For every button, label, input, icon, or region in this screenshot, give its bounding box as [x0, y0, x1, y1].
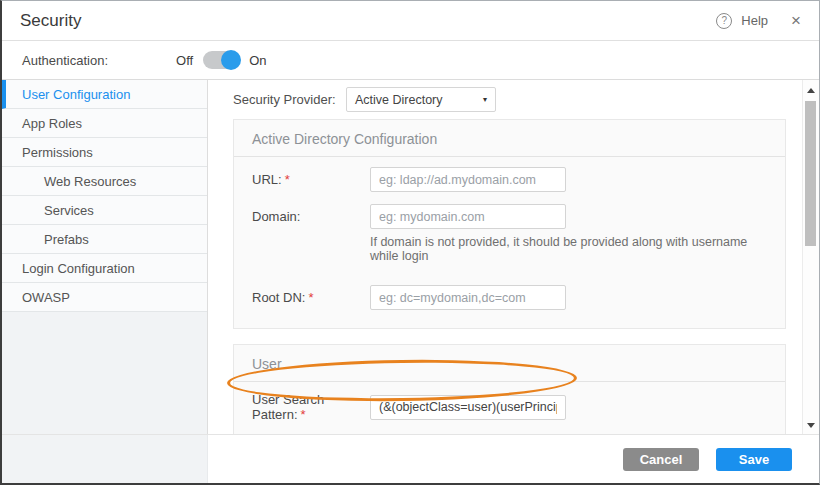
sidebar: User Configuration App Roles Permissions… — [2, 80, 208, 434]
security-provider-select[interactable]: Active Directory ▾ — [346, 87, 496, 112]
sidebar-item-services[interactable]: Services — [2, 196, 207, 225]
sidebar-item-login-configuration[interactable]: Login Configuration — [2, 254, 207, 283]
close-icon[interactable]: × — [791, 12, 801, 29]
help-link[interactable]: Help — [741, 13, 768, 28]
sidebar-item-prefabs[interactable]: Prefabs — [2, 225, 207, 254]
active-directory-panel: Active Directory Configuration URL:* Dom… — [233, 119, 786, 329]
dialog-header: Security ? Help × — [2, 1, 819, 41]
toggle-on-label: On — [249, 53, 266, 68]
rootdn-label: Root DN:* — [252, 290, 370, 305]
url-input[interactable] — [370, 167, 566, 192]
main-content: Security Provider: Active Directory ▾ Ac… — [208, 80, 802, 434]
scroll-up-arrow-icon[interactable] — [807, 88, 815, 93]
sidebar-item-owasp[interactable]: OWASP — [2, 283, 207, 312]
rootdn-field-row: Root DN:* — [252, 285, 767, 310]
security-provider-label: Security Provider: — [233, 92, 346, 107]
domain-label: Domain: — [252, 209, 370, 224]
footer-actions: Cancel Save — [208, 435, 819, 483]
dialog-body: User Configuration App Roles Permissions… — [2, 80, 819, 434]
required-marker: * — [285, 172, 290, 187]
security-provider-value: Active Directory — [355, 93, 443, 107]
authentication-toggle[interactable] — [203, 51, 239, 69]
active-directory-panel-body: URL:* Domain: If domain is not provided,… — [234, 157, 785, 328]
required-marker: * — [308, 290, 313, 305]
security-provider-row: Security Provider: Active Directory ▾ — [233, 80, 794, 119]
save-button[interactable]: Save — [716, 448, 792, 471]
user-search-pattern-row: User Search Pattern:* — [252, 392, 767, 422]
sidebar-item-permissions[interactable]: Permissions — [2, 138, 207, 167]
dialog-footer: Cancel Save — [2, 434, 819, 483]
domain-input[interactable] — [370, 204, 566, 229]
vertical-scrollbar[interactable] — [802, 80, 819, 434]
user-search-pattern-input[interactable] — [370, 395, 566, 420]
active-directory-panel-title: Active Directory Configuration — [234, 120, 785, 156]
page-title: Security — [20, 11, 81, 31]
required-marker: * — [301, 407, 306, 422]
cancel-button[interactable]: Cancel — [623, 448, 699, 471]
toggle-off-label: Off — [176, 53, 193, 68]
authentication-label: Authentication: — [22, 53, 108, 68]
scrollbar-thumb[interactable] — [805, 101, 816, 246]
user-search-pattern-label: User Search Pattern:* — [252, 392, 370, 422]
authentication-row: Authentication: Off On — [2, 41, 819, 80]
footer-sidebar-area — [2, 435, 208, 483]
sidebar-item-web-resources[interactable]: Web Resources — [2, 167, 207, 196]
user-panel: User User Search Pattern:* Test Username… — [233, 344, 786, 434]
header-actions: ? Help × — [716, 12, 801, 29]
toggle-knob — [221, 50, 241, 70]
url-field-row: URL:* — [252, 167, 767, 192]
scroll-down-arrow-icon[interactable] — [807, 423, 815, 428]
sidebar-item-app-roles[interactable]: App Roles — [2, 109, 207, 138]
user-panel-body: User Search Pattern:* Test Username:* — [234, 382, 785, 434]
chevron-down-icon: ▾ — [483, 95, 487, 104]
url-label: URL:* — [252, 172, 370, 187]
help-icon[interactable]: ? — [716, 13, 732, 29]
rootdn-input[interactable] — [370, 285, 566, 310]
user-panel-title: User — [234, 345, 785, 381]
sidebar-item-user-configuration[interactable]: User Configuration — [2, 80, 207, 109]
domain-field-row: Domain: — [252, 204, 767, 229]
security-dialog: Security ? Help × Authentication: Off On… — [0, 0, 820, 485]
domain-note: If domain is not provided, it should be … — [370, 235, 767, 263]
